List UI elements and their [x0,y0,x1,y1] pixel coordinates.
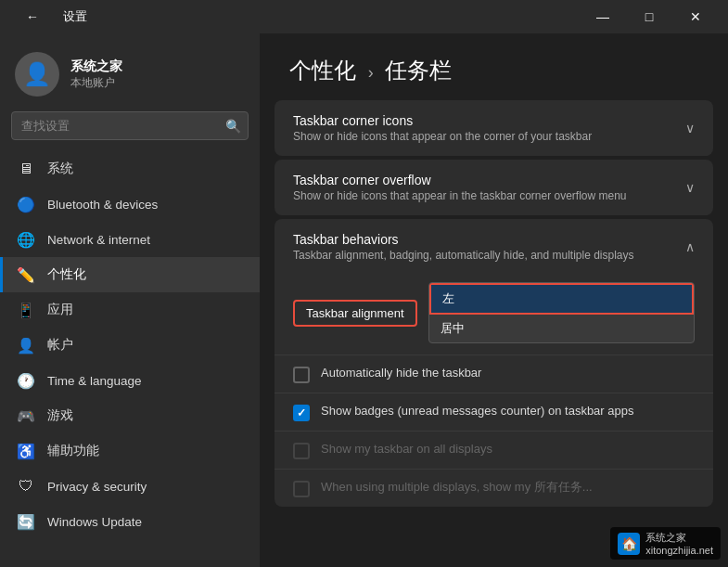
sidebar-item-personalization[interactable]: ✏️ 个性化 [0,257,260,292]
card-corner-icons-info: Taskbar corner icons Show or hide icons … [293,113,592,143]
card-corner-overflow-info: Taskbar corner overflow Show or hide ico… [293,173,627,202]
main-layout: 👤 系统之家 本地账户 🔍 🖥 系统 🔵 Bluetooth & devices… [0,33,728,567]
card-corner-overflow-subtitle: Show or hide icons that appear in the ta… [293,189,627,202]
search-icon[interactable]: 🔍 [225,119,241,134]
sidebar-item-label: Network & internet [47,233,150,247]
checkbox-multiple-displays: When using multiple displays, show my 所有… [275,469,713,507]
alignment-row: Taskbar alignment 左 居中 [275,275,713,354]
sidebar-item-update[interactable]: 🔄 Windows Update [0,504,260,539]
sidebar-item-label: 辅助功能 [47,443,99,459]
accessibility-icon: ♿ [18,443,34,459]
user-subtitle: 本地账户 [70,75,122,91]
card-corner-icons-header[interactable]: Taskbar corner icons Show or hide icons … [275,100,713,156]
chevron-down-icon: ∨ [685,180,695,195]
page-header: 个性化 › 任务栏 [260,33,728,100]
personalization-icon: ✏️ [18,266,34,283]
card-corner-overflow: Taskbar corner overflow Show or hide ico… [275,160,713,215]
checkbox-all-displays: Show my taskbar on all displays [275,431,713,469]
autohide-checkbox[interactable] [293,367,310,383]
user-name: 系统之家 [70,58,122,75]
search-input[interactable] [11,111,249,140]
badges-label: Show badges (unread messages counter) on… [321,403,633,419]
update-icon: 🔄 [18,513,34,530]
apps-icon: 📱 [18,302,34,318]
sidebar-item-label: 帐户 [47,337,73,354]
user-info: 系统之家 本地账户 [70,58,122,91]
sidebar-item-system[interactable]: 🖥 系统 [0,151,260,187]
watermark-name: 系统之家 [645,531,713,545]
time-icon: 🕐 [18,372,34,389]
alignment-dropdown[interactable]: 左 居中 [428,282,696,343]
watermark-info: 系统之家 xitongzhijia.net [645,531,713,556]
watermark-url: xitongzhijia.net [645,545,713,556]
multiple-displays-label: When using multiple displays, show my 所有… [321,479,593,496]
card-corner-overflow-header[interactable]: Taskbar corner overflow Show or hide ico… [275,160,713,215]
user-profile: 👤 系统之家 本地账户 [0,33,260,111]
alignment-label: Taskbar alignment [293,300,417,327]
sidebar-item-accessibility[interactable]: ♿ 辅助功能 [0,433,260,469]
autohide-label: Automatically hide the taskbar [321,365,481,381]
gaming-icon: 🎮 [18,407,34,424]
sidebar-item-label: 游戏 [47,407,73,424]
titlebar-left: ← 设置 [11,3,87,31]
dropdown-option-left[interactable]: 左 [429,283,695,315]
sidebar-item-gaming[interactable]: 🎮 游戏 [0,398,260,433]
sidebar-item-privacy[interactable]: 🛡 Privacy & security [0,469,260,504]
titlebar-title: 设置 [63,8,87,25]
card-corner-overflow-title: Taskbar corner overflow [293,173,627,187]
checkbox-autohide[interactable]: Automatically hide the taskbar [275,354,713,393]
breadcrumb-arrow: › [368,63,374,82]
breadcrumb-part1: 个性化 [289,58,356,83]
all-displays-label: Show my taskbar on all displays [321,441,492,457]
all-displays-checkbox [293,443,310,459]
card-corner-icons-title: Taskbar corner icons [293,113,592,128]
sidebar-item-label: Privacy & security [47,480,147,494]
system-icon: 🖥 [18,161,34,177]
sidebar-nav: 🖥 系统 🔵 Bluetooth & devices 🌐 Network & i… [0,151,260,539]
sidebar: 👤 系统之家 本地账户 🔍 🖥 系统 🔵 Bluetooth & devices… [0,33,260,567]
multiple-displays-checkbox [293,481,310,497]
search-box: 🔍 [11,111,249,140]
dropdown-option-center[interactable]: 居中 [429,315,695,342]
sidebar-item-apps[interactable]: 📱 应用 [0,292,260,328]
sidebar-item-label: 个性化 [47,266,86,283]
content-area: 个性化 › 任务栏 Taskbar corner icons Show or h… [260,33,728,567]
maximize-button[interactable]: □ [628,3,671,31]
watermark: 🏠 系统之家 xitongzhijia.net [610,527,721,560]
card-behaviors-title: Taskbar behaviors [293,232,634,247]
sidebar-item-bluetooth[interactable]: 🔵 Bluetooth & devices [0,187,260,222]
bluetooth-icon: 🔵 [18,196,34,213]
privacy-icon: 🛡 [18,478,34,495]
card-corner-icons: Taskbar corner icons Show or hide icons … [275,100,713,156]
card-behaviors: Taskbar behaviors Taskbar alignment, bad… [275,219,713,507]
card-behaviors-info: Taskbar behaviors Taskbar alignment, bad… [293,232,634,262]
titlebar: ← 设置 — □ ✕ [0,0,728,33]
avatar: 👤 [15,52,59,97]
sidebar-item-label: 系统 [47,161,73,177]
sidebar-item-time[interactable]: 🕐 Time & language [0,363,260,398]
close-button[interactable]: ✕ [674,3,717,31]
badges-checkbox[interactable]: ✓ [293,405,310,421]
back-icon: ← [26,9,39,24]
card-behaviors-subtitle: Taskbar alignment, badging, automaticall… [293,249,634,262]
network-icon: 🌐 [18,231,34,248]
multiple-displays-suffix: 所有任务... [534,480,593,494]
sidebar-item-label: Windows Update [47,515,142,529]
titlebar-controls: — □ ✕ [581,3,717,31]
sidebar-item-label: Bluetooth & devices [47,198,158,212]
back-button[interactable]: ← [11,3,54,31]
chevron-down-icon: ∨ [685,121,695,135]
sidebar-item-accounts[interactable]: 👤 帐户 [0,328,260,363]
card-behaviors-header[interactable]: Taskbar behaviors Taskbar alignment, bad… [275,219,713,275]
chevron-up-icon: ∧ [685,239,695,254]
sidebar-item-network[interactable]: 🌐 Network & internet [0,222,260,257]
check-icon: ✓ [297,406,306,419]
sidebar-item-label: 应用 [47,302,73,318]
breadcrumb-part2: 任务栏 [385,58,452,83]
checkbox-badges[interactable]: ✓ Show badges (unread messages counter) … [275,393,713,431]
card-corner-icons-subtitle: Show or hide icons that appear on the co… [293,130,592,143]
minimize-button[interactable]: — [581,3,624,31]
watermark-logo: 🏠 [618,533,640,555]
accounts-icon: 👤 [18,337,34,354]
sidebar-item-label: Time & language [47,374,142,388]
